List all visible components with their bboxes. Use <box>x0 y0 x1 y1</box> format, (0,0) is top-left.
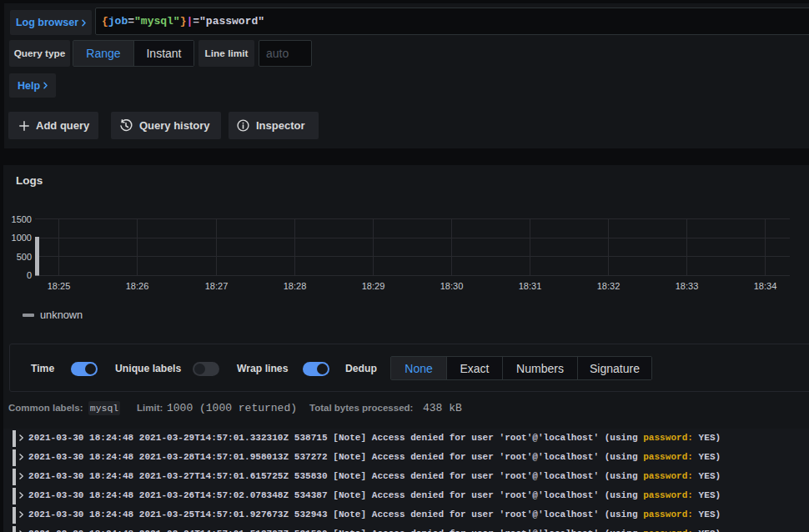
svg-text:18:27: 18:27 <box>205 281 229 291</box>
svg-text:1500: 1500 <box>12 214 32 224</box>
svg-text:18:33: 18:33 <box>676 281 699 291</box>
svg-text:18:30: 18:30 <box>440 281 464 291</box>
svg-text:18:29: 18:29 <box>362 281 385 291</box>
svg-text:18:26: 18:26 <box>126 281 149 291</box>
svg-text:500: 500 <box>17 252 32 262</box>
svg-text:18:25: 18:25 <box>48 281 71 291</box>
svg-text:18:32: 18:32 <box>597 281 621 291</box>
svg-text:18:28: 18:28 <box>284 281 307 291</box>
svg-text:1000: 1000 <box>12 233 32 243</box>
svg-text:18:31: 18:31 <box>519 281 542 291</box>
svg-text:0: 0 <box>27 270 32 280</box>
svg-text:18:34: 18:34 <box>754 281 777 291</box>
